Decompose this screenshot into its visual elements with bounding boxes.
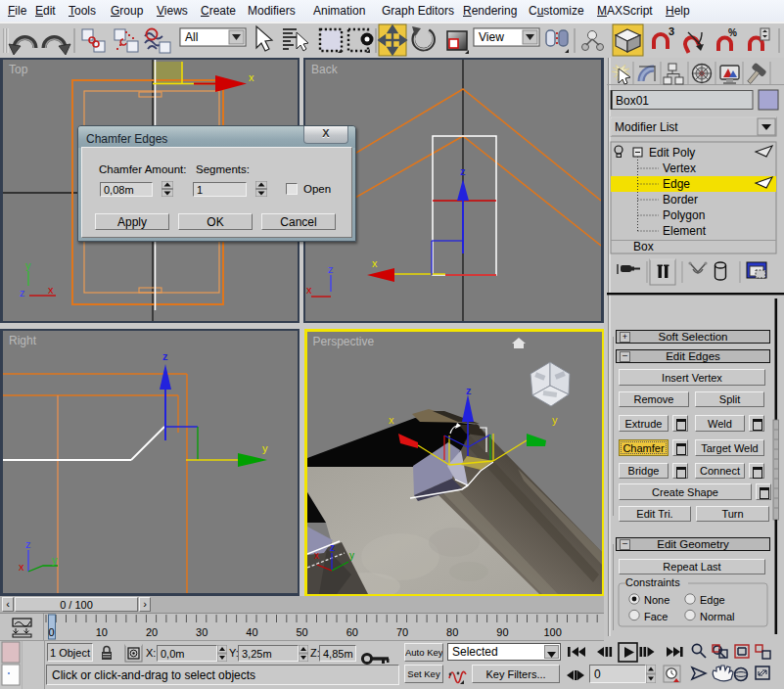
svg-text:y: y [52,554,58,566]
svg-text:Vertex: Vertex [663,161,696,175]
svg-text:3: 3 [669,25,674,37]
svg-text:y: y [262,442,268,454]
svg-text:x: x [19,561,24,573]
svg-text:z: z [330,542,335,553]
svg-text:View: View [479,30,504,44]
svg-text:z: z [460,165,466,177]
svg-text:z: z [162,350,168,362]
svg-text:z: z [20,287,25,299]
svg-text:%: % [728,27,737,38]
svg-text:Box: Box [633,240,654,253]
svg-text:Polygon: Polygon [663,208,705,222]
svg-text:Edit Poly: Edit Poly [649,146,695,160]
svg-text:x: x [389,414,394,426]
svg-text:Edge: Edge [663,177,690,191]
svg-text:z: z [328,263,334,275]
svg-text:x: x [306,284,312,296]
svg-text:x: x [249,71,254,83]
svg-text:Element: Element [663,224,707,238]
svg-text:x: x [372,257,378,269]
svg-text:All: All [185,30,198,44]
svg-text:z: z [466,385,472,396]
svg-text:Border: Border [663,193,698,207]
svg-text:y: y [552,414,558,426]
svg-text:x: x [314,550,319,561]
svg-text:Modifier List: Modifier List [615,120,678,134]
svg-text:Box01: Box01 [616,94,649,108]
svg-text:y: y [25,259,31,271]
svg-text:z: z [25,538,31,550]
svg-text:x: x [48,284,54,296]
svg-text:y: y [349,550,354,561]
